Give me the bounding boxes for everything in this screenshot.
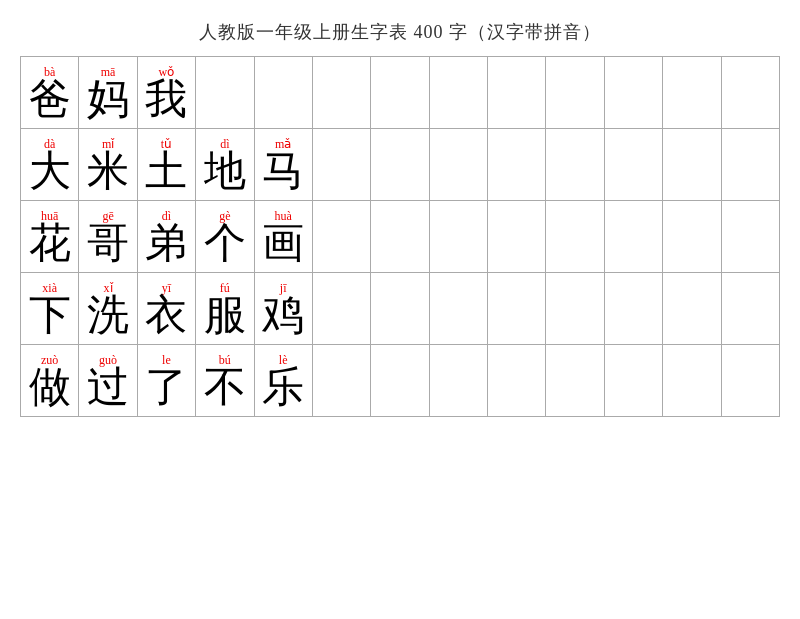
cell-1-10 <box>604 129 662 201</box>
cell-2-11 <box>663 201 721 273</box>
hanzi-4-1: 过 <box>87 366 129 408</box>
cell-2-3: gè个 <box>196 201 254 273</box>
cell-3-6 <box>371 273 429 345</box>
cell-2-4: huà画 <box>254 201 312 273</box>
cell-0-2: wǒ我 <box>137 57 195 129</box>
hanzi-1-1: 米 <box>87 150 129 192</box>
hanzi-2-0: 花 <box>29 222 71 264</box>
hanzi-1-4: 马 <box>262 150 304 192</box>
cell-3-5 <box>312 273 370 345</box>
cell-0-11 <box>663 57 721 129</box>
cell-0-3 <box>196 57 254 129</box>
cell-0-0: bà爸 <box>21 57 79 129</box>
cell-1-7 <box>429 129 487 201</box>
cell-3-1: xǐ洗 <box>79 273 137 345</box>
cell-4-10 <box>604 345 662 417</box>
hanzi-4-2: 了 <box>145 366 187 408</box>
cell-2-10 <box>604 201 662 273</box>
char-row-4: zuò做guò过le了bú不lè乐 <box>21 345 780 417</box>
cell-2-0: huā花 <box>21 201 79 273</box>
hanzi-3-3: 服 <box>204 294 246 336</box>
cell-4-6 <box>371 345 429 417</box>
cell-4-3: bú不 <box>196 345 254 417</box>
hanzi-1-0: 大 <box>29 150 71 192</box>
cell-4-0: zuò做 <box>21 345 79 417</box>
char-row-0: bà爸mā妈wǒ我 <box>21 57 780 129</box>
page-title: 人教版一年级上册生字表 400 字（汉字带拼音） <box>199 20 601 44</box>
hanzi-4-0: 做 <box>29 366 71 408</box>
cell-0-4 <box>254 57 312 129</box>
hanzi-3-0: 下 <box>29 294 71 336</box>
hanzi-2-4: 画 <box>262 222 304 264</box>
cell-3-0: xià下 <box>21 273 79 345</box>
hanzi-0-2: 我 <box>145 78 187 120</box>
cell-1-1: mǐ米 <box>79 129 137 201</box>
hanzi-1-3: 地 <box>204 150 246 192</box>
cell-4-2: le了 <box>137 345 195 417</box>
cell-3-8 <box>488 273 546 345</box>
char-row-3: xià下xǐ洗yī衣fú服jī鸡 <box>21 273 780 345</box>
cell-2-5 <box>312 201 370 273</box>
char-row-2: huā花gē哥dì弟gè个huà画 <box>21 201 780 273</box>
cell-4-1: guò过 <box>79 345 137 417</box>
cell-3-11 <box>663 273 721 345</box>
cell-2-7 <box>429 201 487 273</box>
cell-2-9 <box>546 201 604 273</box>
cell-4-12 <box>721 345 780 417</box>
cell-1-3: dì地 <box>196 129 254 201</box>
cell-0-6 <box>371 57 429 129</box>
cell-4-9 <box>546 345 604 417</box>
cell-0-12 <box>721 57 780 129</box>
cell-1-4: mǎ马 <box>254 129 312 201</box>
cell-1-2: tǔ土 <box>137 129 195 201</box>
hanzi-3-2: 衣 <box>145 294 187 336</box>
cell-0-8 <box>488 57 546 129</box>
hanzi-1-2: 土 <box>145 150 187 192</box>
hanzi-3-4: 鸡 <box>262 294 304 336</box>
hanzi-4-4: 乐 <box>262 366 304 408</box>
cell-2-2: dì弟 <box>137 201 195 273</box>
cell-1-9 <box>546 129 604 201</box>
cell-4-8 <box>488 345 546 417</box>
cell-4-5 <box>312 345 370 417</box>
cell-0-9 <box>546 57 604 129</box>
cell-3-4: jī鸡 <box>254 273 312 345</box>
cell-1-8 <box>488 129 546 201</box>
cell-1-6 <box>371 129 429 201</box>
cell-1-0: dà大 <box>21 129 79 201</box>
cell-2-1: gē哥 <box>79 201 137 273</box>
char-row-1: dà大mǐ米tǔ土dì地mǎ马 <box>21 129 780 201</box>
cell-3-12 <box>721 273 780 345</box>
cell-1-12 <box>721 129 780 201</box>
hanzi-2-2: 弟 <box>145 222 187 264</box>
cell-1-11 <box>663 129 721 201</box>
hanzi-2-1: 哥 <box>87 222 129 264</box>
cell-2-8 <box>488 201 546 273</box>
hanzi-0-1: 妈 <box>87 78 129 120</box>
cell-4-11 <box>663 345 721 417</box>
cell-1-5 <box>312 129 370 201</box>
cell-3-9 <box>546 273 604 345</box>
cell-3-7 <box>429 273 487 345</box>
cell-4-4: lè乐 <box>254 345 312 417</box>
cell-0-1: mā妈 <box>79 57 137 129</box>
hanzi-3-1: 洗 <box>87 294 129 336</box>
cell-2-12 <box>721 201 780 273</box>
cell-2-6 <box>371 201 429 273</box>
cell-0-5 <box>312 57 370 129</box>
cell-0-7 <box>429 57 487 129</box>
cell-3-2: yī衣 <box>137 273 195 345</box>
hanzi-2-3: 个 <box>204 222 246 264</box>
character-table: bà爸mā妈wǒ我dà大mǐ米tǔ土dì地mǎ马huā花gē哥dì弟gè个huà… <box>20 56 780 417</box>
cell-4-7 <box>429 345 487 417</box>
cell-3-3: fú服 <box>196 273 254 345</box>
cell-0-10 <box>604 57 662 129</box>
hanzi-4-3: 不 <box>204 366 246 408</box>
hanzi-0-0: 爸 <box>29 78 71 120</box>
cell-3-10 <box>604 273 662 345</box>
